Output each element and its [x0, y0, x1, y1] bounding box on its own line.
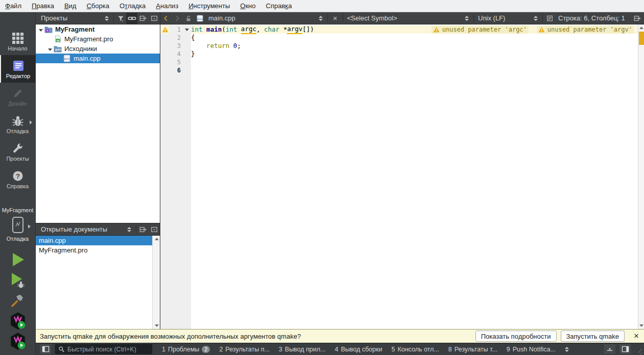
split-icon[interactable]	[137, 224, 149, 235]
qt-pro-file-icon: qt	[53, 35, 62, 43]
tree-item-myfragment.pro[interactable]: qtMyFragment.pro	[36, 34, 160, 44]
menu-4[interactable]: Сборка	[81, 0, 114, 12]
mode-tab-справка[interactable]: ?Справка	[0, 165, 35, 193]
expander-icon[interactable]	[38, 26, 44, 33]
symbol-selector[interactable]: <Select Symbol>	[344, 14, 461, 22]
forward-arrow-icon[interactable]	[172, 13, 183, 24]
menu-6[interactable]: Анализ	[151, 0, 183, 12]
run-qmake-button[interactable]: Запустить qmake	[561, 331, 625, 342]
tree-item-исходники[interactable]: c++Исходники	[36, 44, 160, 54]
close-split-icon[interactable]	[149, 224, 160, 235]
open-documents-scrollbar[interactable]	[152, 236, 160, 329]
updown-icon[interactable]	[101, 13, 112, 24]
output-pane-8[interactable]: 8Результаты т...	[444, 346, 502, 353]
output-pane-2[interactable]: 2Результаты п...	[214, 346, 274, 353]
mode-tab-редактор[interactable]: Редактор	[0, 55, 35, 83]
split-icon[interactable]	[137, 13, 149, 24]
scroll-down-icon[interactable]	[638, 322, 644, 329]
maximize-output-icon[interactable]	[604, 344, 615, 354]
unlocked-icon[interactable]	[183, 13, 194, 24]
code-line-3[interactable]: 3 return 0;	[160, 42, 638, 50]
size-grip[interactable]	[635, 344, 641, 354]
updown-icon[interactable]	[124, 224, 135, 235]
expander-icon[interactable]	[47, 45, 53, 53]
menu-7[interactable]: Инструменты	[183, 0, 235, 12]
kit-menu-arrow	[28, 224, 31, 229]
show-details-button[interactable]: Показать подробности	[475, 331, 557, 342]
menu-5[interactable]: Отладка	[114, 0, 151, 12]
menu-9[interactable]: Справка	[261, 0, 297, 12]
code-line-4[interactable]: 4}	[160, 50, 638, 58]
code-line-6[interactable]: 6	[160, 66, 638, 74]
open-document-main.cpp[interactable]: main.cpp	[36, 236, 160, 245]
collapse-panel-icon[interactable]	[149, 13, 160, 24]
tree-item-label: MyFragment.pro	[62, 35, 113, 43]
output-pane-9[interactable]: 9Push Notifica...	[502, 346, 560, 353]
kit-selector[interactable]: MyFragment Отладка	[0, 207, 35, 242]
info-message: Запустить qmake для обнаружения возможны…	[36, 333, 475, 340]
mode-label: Проекты	[6, 156, 29, 162]
fold-arrow-icon[interactable]	[182, 26, 191, 34]
tree-item-myfragment[interactable]: MyFragment	[36, 24, 160, 34]
updown-icon[interactable]	[315, 13, 326, 24]
menu-8[interactable]: Окно	[235, 0, 260, 12]
run-button[interactable]	[8, 251, 28, 268]
device-phone-icon[interactable]	[11, 216, 25, 234]
pane-number: 4	[335, 346, 338, 353]
right-sidebar-toggle-icon[interactable]	[619, 344, 631, 354]
updown-icon[interactable]	[530, 13, 541, 24]
scroll-down-icon[interactable]	[153, 322, 160, 329]
cpp-file-icon: c++	[194, 13, 205, 24]
code-token	[237, 26, 241, 34]
projects-panel-title[interactable]: Проекты	[36, 14, 101, 22]
output-pane-3[interactable]: 3Вывод прил...	[274, 346, 330, 353]
open-file-name[interactable]: main.cpp	[205, 14, 238, 22]
output-pane-5[interactable]: 5Консоль отл...	[387, 346, 443, 353]
sources-folder-icon: c++	[53, 45, 62, 53]
mode-tab-начало[interactable]: Начало	[0, 28, 35, 55]
menu-1[interactable]: Файл	[0, 0, 27, 12]
custom-run-1-button[interactable]	[8, 312, 28, 329]
output-pane-1[interactable]: 1Проблемы2	[157, 346, 214, 353]
code-token	[229, 42, 233, 50]
help-question-icon: ?	[12, 169, 24, 183]
split-icon[interactable]	[632, 13, 643, 24]
editor-scrollbar[interactable]	[638, 24, 644, 329]
output-pane-4[interactable]: 4Вывод сборки	[330, 346, 387, 353]
code-line-2[interactable]: 2{	[160, 34, 638, 42]
inline-annotations: unused parameter 'argc'unused parameter …	[432, 26, 634, 34]
pane-selector-updown-icon[interactable]	[561, 344, 573, 355]
line-ending-selector[interactable]: Unix (LF)	[475, 14, 530, 22]
open-document-myfragment.pro[interactable]: MyFragment.pro	[36, 245, 160, 255]
submenu-arrow-icon[interactable]	[30, 120, 32, 124]
document-lines-icon[interactable]	[544, 13, 555, 24]
code-text: {	[191, 34, 638, 42]
mode-tab-отладка[interactable]: Отладка	[0, 110, 35, 138]
custom-run-2-button[interactable]	[8, 333, 28, 350]
open-documents-title[interactable]: Открытые документы	[36, 225, 124, 233]
menu-3[interactable]: Вид	[59, 0, 82, 12]
code-token: }	[191, 50, 195, 58]
build-button[interactable]	[8, 292, 28, 309]
code-editor[interactable]: 1int main(int argc, char *argv[])unused …	[160, 24, 644, 329]
tree-item-label: main.cpp	[71, 55, 101, 62]
scroll-up-icon[interactable]	[153, 236, 160, 242]
back-arrow-icon[interactable]	[160, 13, 172, 24]
tree-item-main.cpp[interactable]: c++main.cpp	[36, 54, 160, 63]
pane-number: 3	[279, 346, 282, 353]
filter-icon[interactable]	[115, 13, 126, 24]
search-input[interactable]: Быстрый поиск (Ctrl+K)	[55, 344, 152, 354]
code-token: int	[191, 26, 203, 34]
close-icon[interactable]: ×	[629, 331, 644, 341]
link-icon[interactable]	[126, 13, 137, 24]
run-debug-button[interactable]	[8, 271, 28, 289]
menu-2[interactable]: Правка	[27, 0, 59, 12]
scroll-up-icon[interactable]	[638, 24, 644, 31]
close-document-icon[interactable]: ×	[329, 14, 342, 22]
code-line-1[interactable]: 1int main(int argc, char *argv[])unused …	[160, 26, 638, 34]
code-token	[191, 42, 206, 50]
mode-tab-проекты[interactable]: Проекты	[0, 138, 35, 165]
updown-icon[interactable]	[461, 13, 472, 24]
left-sidebar-toggle-icon[interactable]	[40, 344, 51, 354]
code-line-5[interactable]: 5	[160, 58, 638, 66]
